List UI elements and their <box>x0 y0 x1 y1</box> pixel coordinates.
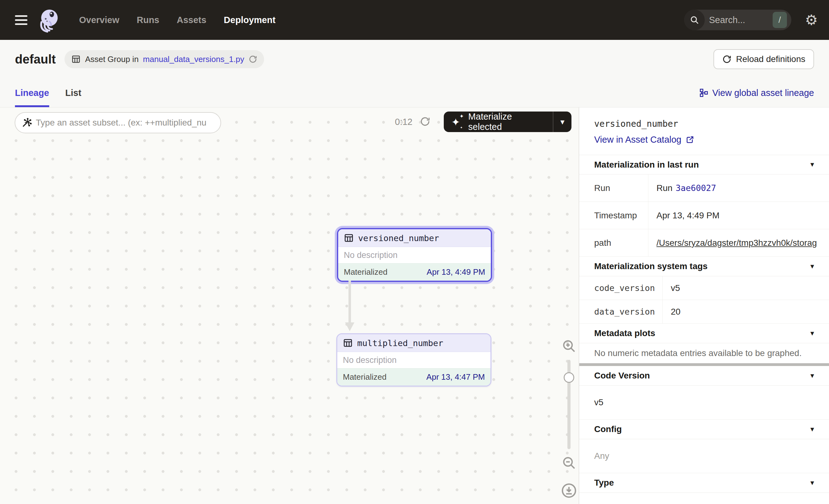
asset-node-timestamp-link[interactable]: Apr 13, 4:47 PM <box>426 372 485 382</box>
row-key: Timestamp <box>579 202 648 229</box>
panel-resize-divider[interactable] <box>579 363 829 366</box>
search-input[interactable] <box>705 15 772 25</box>
asset-group-grid-icon <box>71 55 81 64</box>
row-key: code_version <box>579 276 663 300</box>
row-key: data_version <box>579 300 663 323</box>
materialize-dropdown-caret[interactable]: ▾ <box>553 111 572 132</box>
section-type[interactable]: Type ▼ <box>579 473 829 493</box>
asset-subset-icon <box>22 117 32 128</box>
page-title: default <box>15 52 56 66</box>
run-prefix: Run <box>656 183 672 193</box>
asset-details-panel: versioned_number View in Asset Catalog M… <box>579 107 829 504</box>
refresh-timer: 0:12 <box>395 117 412 127</box>
dagster-logo-icon[interactable] <box>36 7 62 33</box>
nav-item-deployment[interactable]: Deployment <box>224 15 276 25</box>
section-title: Materialization in last run <box>594 160 699 170</box>
view-global-asset-lineage-link[interactable]: View global asset lineage <box>699 78 814 107</box>
lineage-edge-arrow <box>345 281 354 332</box>
metadata-plots-empty-message: No numeric metadata entries available to… <box>579 343 829 363</box>
row-key: Run <box>579 174 648 202</box>
asset-node-timestamp-link[interactable]: Apr 13, 4:49 PM <box>427 267 485 277</box>
asset-group-file-link[interactable]: manual_data_versions_1.py <box>143 55 244 64</box>
reload-definitions-label: Reload definitions <box>736 54 805 64</box>
zoom-in-icon[interactable] <box>561 338 577 354</box>
tab-list-label: List <box>65 88 82 98</box>
tab-lineage-label: Lineage <box>15 88 49 98</box>
materialize-label: Materialize selected <box>468 111 545 132</box>
global-search[interactable]: / <box>684 10 791 30</box>
settings-gear-icon[interactable]: ⚙ <box>805 13 818 27</box>
section-title: Metadata plots <box>594 328 655 338</box>
zoom-slider-handle[interactable] <box>564 372 574 383</box>
menu-icon[interactable] <box>15 15 27 25</box>
config-value: Any <box>579 439 829 473</box>
global-lineage-label: View global asset lineage <box>712 88 814 98</box>
asset-lineage-graph[interactable]: 0:12 ✦ ✦ ✦ Materialize selected ▾ versio… <box>0 107 579 504</box>
asset-node-description: No description <box>337 352 491 368</box>
asset-node-multiplied-number[interactable]: multiplied_number No description Materia… <box>336 333 492 387</box>
materialize-selected-button[interactable]: ✦ ✦ ✦ Materialize selected ▾ <box>444 111 572 132</box>
asset-node-status: Materialized <box>343 372 387 382</box>
asset-node-status: Materialized <box>344 267 387 277</box>
tab-lineage[interactable]: Lineage <box>15 78 49 107</box>
zoom-slider[interactable] <box>567 360 571 449</box>
section-title: Config <box>594 424 622 434</box>
section-code-version[interactable]: Code Version ▼ <box>579 366 829 386</box>
asset-group-badge: Asset Group in manual_data_versions_1.py <box>65 50 264 68</box>
path-link[interactable]: /Users/sryza/dagster/tmp3hzzvh0k/storag <box>656 238 817 248</box>
caret-down-icon: ▼ <box>809 161 815 168</box>
section-title: Type <box>594 478 614 488</box>
asset-subset-input[interactable] <box>36 118 214 128</box>
panel-asset-title: versioned_number <box>594 119 814 129</box>
catalog-link-label: View in Asset Catalog <box>594 135 681 145</box>
nav-item-assets[interactable]: Assets <box>177 15 206 25</box>
row-key: path <box>579 229 648 256</box>
section-title: Materialization system tags <box>594 261 708 271</box>
asset-node-versioned-number[interactable]: versioned_number No description Material… <box>337 228 492 282</box>
section-metadata-plots[interactable]: Metadata plots ▼ <box>579 324 829 343</box>
zoom-out-icon[interactable] <box>561 455 577 471</box>
nav-item-overview[interactable]: Overview <box>79 15 119 25</box>
last-run-row-run: Run Run 3ae60027 <box>579 174 829 202</box>
view-tabs: Lineage List View global asset lineage <box>0 78 829 107</box>
caret-down-icon: ▼ <box>809 330 815 337</box>
system-tag-row-data-version: data_version 20 <box>579 300 829 324</box>
asset-node-name: versioned_number <box>358 233 439 243</box>
reload-definitions-button[interactable]: Reload definitions <box>714 49 814 69</box>
caret-down-icon: ▼ <box>809 372 815 380</box>
graph-refresh-icon[interactable] <box>420 116 430 127</box>
section-config[interactable]: Config ▼ <box>579 420 829 439</box>
table-grid-icon <box>344 233 354 243</box>
code-version-value: v5 <box>579 386 829 420</box>
nav-item-runs[interactable]: Runs <box>137 15 159 25</box>
asset-group-label: Asset Group in <box>85 55 139 64</box>
table-grid-icon <box>343 338 353 348</box>
global-lineage-icon <box>699 88 709 98</box>
asset-node-name: multiplied_number <box>357 338 443 348</box>
badge-refresh-icon[interactable] <box>249 55 257 64</box>
caret-down-icon: ▼ <box>809 263 815 270</box>
search-shortcut-badge: / <box>772 12 787 28</box>
last-run-row-timestamp: Timestamp Apr 13, 4:49 PM <box>579 202 829 229</box>
tag-value: v5 <box>671 283 680 293</box>
view-in-asset-catalog-link[interactable]: View in Asset Catalog <box>594 135 694 145</box>
run-id-link[interactable]: 3ae60027 <box>676 183 716 193</box>
section-materialization-system-tags[interactable]: Materialization system tags ▼ <box>579 257 829 276</box>
system-tag-row-code-version: code_version v5 <box>579 276 829 300</box>
section-title: Code Version <box>594 371 650 381</box>
asset-subset-filter[interactable] <box>15 112 221 133</box>
tag-value: 20 <box>671 307 680 317</box>
sparkle-icon: ✦ ✦ ✦ <box>451 115 463 129</box>
caret-down-icon: ▼ <box>809 426 815 433</box>
reload-icon <box>722 55 731 64</box>
section-materialization-in-last-run[interactable]: Materialization in last run ▼ <box>579 155 829 174</box>
graph-zoom-controls <box>559 338 579 499</box>
top-navbar: Overview Runs Assets Deployment / ⚙ <box>0 0 829 40</box>
primary-nav: Overview Runs Assets Deployment <box>79 15 276 25</box>
download-graph-icon[interactable] <box>561 482 577 499</box>
search-icon <box>684 10 705 30</box>
tab-list[interactable]: List <box>65 78 82 107</box>
external-link-icon <box>685 135 694 145</box>
page-header: default Asset Group in manual_data_versi… <box>0 40 829 78</box>
caret-down-icon: ▼ <box>809 479 815 487</box>
